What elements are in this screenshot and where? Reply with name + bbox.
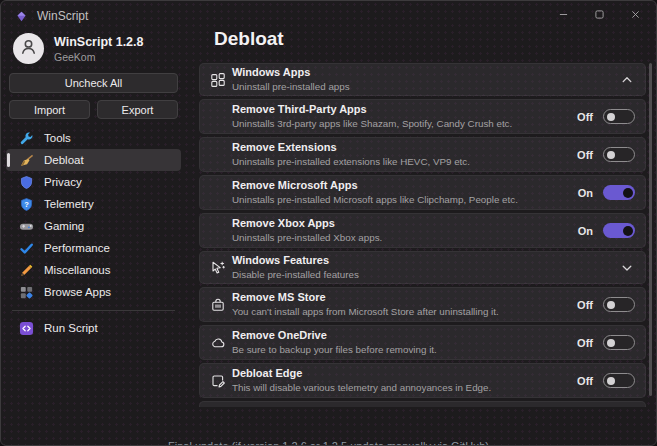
- partial-next-row: [199, 401, 646, 407]
- toggle-state-label: Off: [577, 299, 593, 311]
- debloat-edge-toggle[interactable]: [603, 373, 635, 388]
- remove-third-party-apps-toggle[interactable]: [603, 109, 635, 124]
- windows-grid-icon: [204, 72, 232, 88]
- row-subtitle: Uninstalls pre-installed extensions like…: [232, 156, 577, 169]
- row-text: Remove OneDriveBe sure to backup your fi…: [232, 329, 577, 356]
- sidebar-item-performance[interactable]: Performance: [6, 237, 181, 259]
- row-subtitle: Uninstalls pre-installed Xbox apps.: [232, 232, 578, 245]
- sidebar-item-label: Miscellanous: [44, 264, 110, 276]
- wrench-icon: [19, 131, 34, 146]
- edge-debloat-icon: [204, 373, 232, 389]
- setting-remove-microsoft-apps[interactable]: Remove Microsoft AppsUninstalls pre-inst…: [199, 175, 646, 210]
- app-window: WinScript WinScript 1.2.8 GeeKom Uncheck…: [0, 0, 657, 446]
- store-bag-icon: [204, 297, 232, 313]
- code-icon: [19, 321, 34, 336]
- row-text: Windows AppsUninstall pre-installed apps: [232, 66, 619, 93]
- window-controls: [552, 5, 646, 23]
- sidebar-item-tools[interactable]: Tools: [6, 127, 181, 149]
- page-title: Debloat: [214, 28, 284, 50]
- app-logo-icon: [15, 10, 28, 23]
- shield-icon: [19, 175, 34, 190]
- row-text: Debloat EdgeThis will disable various te…: [232, 367, 577, 394]
- chevron-up-icon[interactable]: [619, 72, 635, 88]
- row-text: Remove Third-Party AppsUninstalls 3rd-pa…: [232, 103, 577, 130]
- sidebar-item-browse-apps[interactable]: Browse Apps: [6, 281, 181, 303]
- section-windows-features[interactable]: Windows FeaturesDisable pre-installed fe…: [199, 251, 646, 284]
- row-text: Remove MS StoreYou can't install apps fr…: [232, 291, 577, 318]
- setting-remove-xbox-apps[interactable]: Remove Xbox AppsUninstalls pre-installed…: [199, 213, 646, 248]
- shield-question-icon: ?: [19, 197, 34, 212]
- setting-remove-third-party-apps[interactable]: Remove Third-Party AppsUninstalls 3rd-pa…: [199, 99, 646, 134]
- row-title: Windows Features: [232, 254, 619, 268]
- toggle-knob: [607, 339, 615, 347]
- footer-note: Final update (if version 1.2.6 or 1.2.5 …: [1, 440, 656, 446]
- row-subtitle: Uninstalls pre-installed Microsoft apps …: [232, 194, 578, 207]
- close-icon: [631, 5, 640, 23]
- checkmark-icon: [19, 241, 34, 256]
- sidebar-item-label: Privacy: [44, 176, 82, 188]
- toggle-knob: [607, 151, 615, 159]
- toggle-state-label: Off: [577, 111, 593, 123]
- import-button[interactable]: Import: [9, 100, 90, 119]
- section-windows-apps[interactable]: Windows AppsUninstall pre-installed apps: [199, 63, 646, 96]
- maximize-icon: [595, 5, 604, 23]
- window-title: WinScript: [37, 9, 88, 23]
- row-title: Remove MS Store: [232, 291, 577, 305]
- gamepad-icon: [19, 219, 34, 234]
- remove-xbox-apps-toggle[interactable]: [603, 223, 635, 238]
- toggle-state-label: Off: [577, 149, 593, 161]
- row-subtitle: Uninstall pre-installed apps: [232, 81, 619, 94]
- toggle-knob: [607, 301, 615, 309]
- setting-remove-ms-store[interactable]: Remove MS StoreYou can't install apps fr…: [199, 287, 646, 322]
- sidebar-item-miscellanous[interactable]: Miscellanous: [6, 259, 181, 281]
- minimize-icon: [559, 5, 568, 23]
- row-text: Remove Microsoft AppsUninstalls pre-inst…: [232, 179, 578, 206]
- row-subtitle: This will disable various telemetry and …: [232, 382, 577, 395]
- row-title: Remove Third-Party Apps: [232, 103, 577, 117]
- sidebar-item-label: Tools: [44, 132, 71, 144]
- export-button[interactable]: Export: [97, 100, 178, 119]
- minimize-button[interactable]: [552, 5, 574, 23]
- sidebar-item-label: Telemetry: [44, 198, 94, 210]
- sidebar-item-label: Performance: [44, 242, 110, 254]
- toggle-state-label: Off: [577, 375, 593, 387]
- sidebar-item-gaming[interactable]: Gaming: [6, 215, 181, 237]
- cursor-sparkle-icon: [204, 260, 232, 276]
- remove-onedrive-toggle[interactable]: [603, 335, 635, 350]
- remove-ms-store-toggle[interactable]: [603, 297, 635, 312]
- row-subtitle: Be sure to backup your files before remo…: [232, 344, 577, 357]
- sidebar: WinScript 1.2.8 GeeKom Uncheck All Impor…: [1, 31, 186, 445]
- row-subtitle: Uninstalls 3rd-party apps like Shazam, S…: [232, 118, 577, 131]
- cloud-icon: [204, 335, 232, 351]
- chevron-down-icon[interactable]: [619, 260, 635, 276]
- row-text: Remove ExtensionsUninstalls pre-installe…: [232, 141, 577, 168]
- sidebar-item-label: Debloat: [44, 154, 84, 166]
- sidebar-item-telemetry[interactable]: ?Telemetry: [6, 193, 181, 215]
- row-title: Remove Xbox Apps: [232, 217, 578, 231]
- scrollbar[interactable]: [649, 63, 652, 396]
- setting-debloat-edge[interactable]: Debloat EdgeThis will disable various te…: [199, 363, 646, 398]
- toggle-knob: [607, 113, 615, 121]
- row-title: Remove Extensions: [232, 141, 577, 155]
- sidebar-item-label: Run Script: [44, 322, 98, 334]
- sidebar-item-label: Browse Apps: [44, 286, 111, 298]
- remove-extensions-toggle[interactable]: [603, 147, 635, 162]
- sidebar-item-label: Gaming: [44, 220, 84, 232]
- maximize-button[interactable]: [588, 5, 610, 23]
- close-button[interactable]: [624, 5, 646, 23]
- toggle-state-label: On: [578, 187, 593, 199]
- profile-name: WinScript 1.2.8: [54, 35, 144, 49]
- setting-remove-onedrive[interactable]: Remove OneDriveBe sure to backup your fi…: [199, 325, 646, 360]
- row-title: Windows Apps: [232, 66, 619, 80]
- row-text: Remove Xbox AppsUninstalls pre-installed…: [232, 217, 578, 244]
- settings-list: Windows AppsUninstall pre-installed apps…: [199, 63, 646, 407]
- sidebar-item-run-script[interactable]: Run Script: [6, 317, 181, 339]
- sidebar-item-debloat[interactable]: Debloat: [6, 149, 181, 171]
- avatar: [13, 33, 44, 64]
- setting-remove-extensions[interactable]: Remove ExtensionsUninstalls pre-installe…: [199, 137, 646, 172]
- row-title: Remove Microsoft Apps: [232, 179, 578, 193]
- sidebar-item-privacy[interactable]: Privacy: [6, 171, 181, 193]
- remove-microsoft-apps-toggle[interactable]: [603, 185, 635, 200]
- toggle-knob: [623, 226, 633, 236]
- uncheck-all-button[interactable]: Uncheck All: [9, 73, 178, 93]
